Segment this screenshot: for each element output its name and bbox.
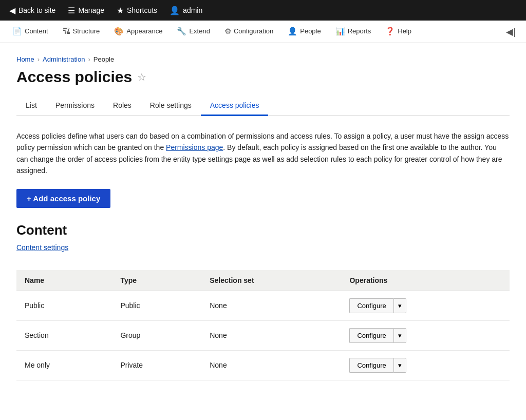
manage-button[interactable]: ☰ Manage bbox=[63, 0, 109, 21]
cell-type: Private bbox=[112, 350, 201, 380]
configure-dropdown-button[interactable]: ▾ bbox=[393, 358, 406, 373]
admin-bar: ◀ Back to site ☰ Manage ★ Shortcuts 👤 ad… bbox=[0, 0, 526, 21]
configure-button[interactable]: Configure bbox=[349, 358, 393, 373]
help-icon: ❓ bbox=[385, 27, 395, 36]
favorite-star-icon[interactable]: ☆ bbox=[137, 71, 146, 83]
configure-button[interactable]: Configure bbox=[349, 298, 393, 313]
shortcuts-button[interactable]: ★ Shortcuts bbox=[111, 0, 162, 21]
table-header-row: Name Type Selection set Operations bbox=[16, 270, 510, 291]
tabs-container: List Permissions Roles Role settings Acc… bbox=[16, 96, 510, 116]
breadcrumb-current: People bbox=[93, 55, 114, 63]
people-icon: 👤 bbox=[288, 27, 297, 36]
nav-configuration[interactable]: ⚙ Configuration bbox=[218, 21, 279, 43]
reports-icon: 📊 bbox=[335, 27, 345, 36]
tab-role-settings[interactable]: Role settings bbox=[141, 96, 201, 116]
nav-appearance[interactable]: 🎨 Appearance bbox=[108, 21, 168, 43]
cell-operations: Configure▾ bbox=[341, 291, 510, 320]
nav-toggle-button[interactable]: ◀| bbox=[502, 26, 520, 37]
user-icon: 👤 bbox=[170, 6, 180, 15]
col-header-operations: Operations bbox=[341, 270, 510, 291]
col-header-selection-set: Selection set bbox=[201, 270, 341, 291]
nav-structure[interactable]: 🏗 Structure bbox=[57, 21, 106, 43]
configure-btn-wrapper: Configure▾ bbox=[349, 328, 501, 343]
menu-icon: ☰ bbox=[68, 6, 75, 15]
cell-type: Public bbox=[112, 291, 201, 320]
configure-dropdown-button[interactable]: ▾ bbox=[393, 298, 406, 313]
cell-name: Public bbox=[16, 291, 112, 320]
access-policies-table: Name Type Selection set Operations Publi… bbox=[16, 270, 510, 380]
configuration-icon: ⚙ bbox=[224, 27, 231, 36]
permissions-page-link[interactable]: Permissions page bbox=[166, 143, 223, 151]
nav-people[interactable]: 👤 People bbox=[281, 21, 327, 43]
nav-reports[interactable]: 📊 Reports bbox=[329, 21, 378, 43]
cell-operations: Configure▾ bbox=[341, 350, 510, 380]
cell-type: Group bbox=[112, 320, 201, 350]
cell-operations: Configure▾ bbox=[341, 320, 510, 350]
tab-roles[interactable]: Roles bbox=[104, 96, 141, 116]
cell-selection-set: None bbox=[201, 320, 341, 350]
extend-icon: 🔧 bbox=[177, 27, 186, 36]
content-settings-link[interactable]: Content settings bbox=[16, 243, 68, 252]
secondary-nav: 📄 Content 🏗 Structure 🎨 Appearance 🔧 Ext… bbox=[0, 21, 526, 43]
breadcrumb-separator-1: › bbox=[37, 55, 40, 63]
tab-access-policies[interactable]: Access policies bbox=[201, 96, 269, 116]
configure-dropdown-button[interactable]: ▾ bbox=[393, 328, 406, 343]
add-access-policy-button[interactable]: + Add access policy bbox=[16, 189, 110, 208]
nav-help[interactable]: ❓ Help bbox=[379, 21, 418, 43]
admin-user-button[interactable]: 👤 admin bbox=[164, 0, 208, 21]
appearance-icon: 🎨 bbox=[114, 27, 124, 36]
description-text: Access policies define what users can do… bbox=[16, 130, 510, 177]
configure-btn-wrapper: Configure▾ bbox=[349, 358, 501, 373]
back-arrow-icon: ◀ bbox=[9, 6, 15, 15]
breadcrumb: Home › Administration › People bbox=[16, 55, 510, 63]
page-title-row: Access policies ☆ bbox=[16, 68, 510, 86]
cell-name: Me only bbox=[16, 350, 112, 380]
nav-extend[interactable]: 🔧 Extend bbox=[171, 21, 216, 43]
col-header-name: Name bbox=[16, 270, 112, 291]
star-icon: ★ bbox=[117, 6, 124, 15]
table-row: PublicPublicNoneConfigure▾ bbox=[16, 291, 510, 320]
breadcrumb-administration[interactable]: Administration bbox=[43, 55, 85, 63]
structure-icon: 🏗 bbox=[63, 27, 70, 35]
table-row: Me onlyPrivateNoneConfigure▾ bbox=[16, 350, 510, 380]
table-row: SectionGroupNoneConfigure▾ bbox=[16, 320, 510, 350]
tab-list[interactable]: List bbox=[16, 96, 46, 116]
nav-content[interactable]: 📄 Content bbox=[6, 21, 54, 43]
breadcrumb-home[interactable]: Home bbox=[16, 55, 34, 63]
main-content: Home › Administration › People Access po… bbox=[0, 43, 526, 420]
configure-btn-wrapper: Configure▾ bbox=[349, 298, 501, 313]
page-title: Access policies bbox=[16, 68, 132, 86]
cell-selection-set: None bbox=[201, 291, 341, 320]
cell-name: Section bbox=[16, 320, 112, 350]
tab-permissions[interactable]: Permissions bbox=[46, 96, 104, 116]
back-to-site-button[interactable]: ◀ Back to site bbox=[4, 0, 61, 21]
content-section-heading: Content bbox=[16, 222, 510, 238]
content-icon: 📄 bbox=[12, 27, 22, 36]
cell-selection-set: None bbox=[201, 350, 341, 380]
configure-button[interactable]: Configure bbox=[349, 328, 393, 343]
col-header-type: Type bbox=[112, 270, 201, 291]
breadcrumb-separator-2: › bbox=[88, 55, 90, 63]
